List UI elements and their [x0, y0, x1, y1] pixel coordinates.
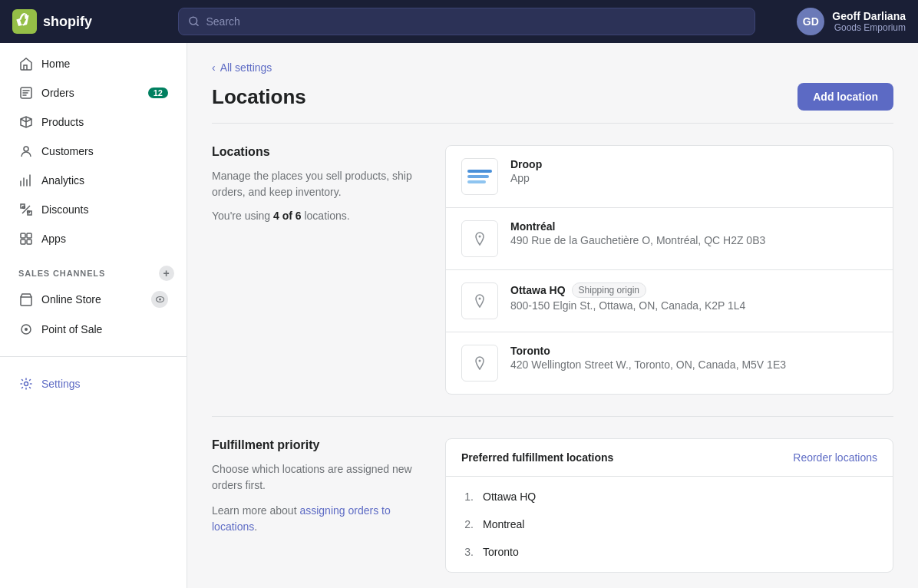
droop-info: Droop App — [510, 158, 877, 184]
apps-icon — [18, 231, 34, 246]
sidebar-item-point-of-sale-label: Point of Sale — [41, 323, 102, 335]
location-item-montreal[interactable]: Montréal 490 Rue de la Gauchetière O, Mo… — [446, 208, 893, 270]
wave-line-3 — [467, 180, 486, 183]
customers-icon — [18, 144, 34, 159]
svg-point-17 — [479, 360, 481, 362]
avatar: GD — [797, 8, 824, 35]
sidebar-item-orders[interactable]: Orders 12 — [6, 79, 180, 107]
usage-prefix: You're using — [212, 210, 270, 222]
breadcrumb-arrow-icon: ‹ — [212, 61, 216, 74]
page-header: ‹ All settings Locations Add location — [187, 43, 918, 123]
fulfillment-list-item-1: 1. Ottawa HQ — [461, 483, 877, 510]
sidebar-item-apps-label: Apps — [41, 233, 66, 245]
shipping-origin-badge: Shipping origin — [572, 282, 646, 298]
droop-thumb — [461, 158, 498, 195]
droop-waves-icon — [467, 170, 492, 183]
reorder-locations-link[interactable]: Reorder locations — [793, 451, 877, 464]
sales-channels-header: SALES CHANNELS + — [0, 253, 187, 284]
sidebar-item-products[interactable]: Products — [6, 108, 180, 136]
fulfillment-item-1-name: Ottawa HQ — [483, 491, 536, 503]
svg-point-15 — [479, 236, 481, 238]
svg-rect-6 — [21, 233, 25, 238]
online-store-eye-button[interactable] — [151, 291, 168, 308]
search-bar[interactable] — [178, 8, 755, 35]
search-input[interactable] — [206, 15, 745, 28]
pin-icon-toronto — [472, 355, 487, 371]
orders-icon — [18, 85, 34, 101]
preferred-title: Preferred fulfillment locations — [461, 451, 613, 464]
svg-rect-9 — [27, 239, 31, 244]
preferred-header: Preferred fulfillment locations Reorder … — [446, 439, 893, 477]
fulfillment-left: Fulfillment priority Choose which locati… — [212, 438, 427, 573]
sidebar-item-online-store-label: Online Store — [41, 293, 101, 306]
location-item-droop[interactable]: Droop App — [446, 146, 893, 208]
fulfillment-learn-more: Learn more about assigning orders to loc… — [212, 503, 427, 535]
list-number-2: 2. — [461, 518, 474, 530]
user-info: Geoff Darliana Goods Emporium — [832, 10, 906, 33]
home-icon — [18, 56, 34, 71]
products-icon — [18, 114, 34, 130]
main-content: ‹ All settings Locations Add location Lo… — [187, 43, 918, 588]
add-location-button[interactable]: Add location — [797, 83, 893, 111]
sidebar-item-apps[interactable]: Apps — [6, 225, 180, 253]
wave-line-2 — [467, 175, 489, 178]
sidebar-item-online-store[interactable]: Online Store — [6, 285, 180, 314]
locations-section-right: Droop App Montréal 490 Rue de la Gauchet… — [445, 145, 893, 395]
sidebar-item-home[interactable]: Home — [6, 50, 180, 78]
page-title: Locations — [212, 85, 306, 109]
svg-rect-8 — [21, 239, 25, 244]
analytics-icon — [18, 173, 34, 188]
montreal-thumb — [461, 220, 498, 257]
location-item-ottawa[interactable]: Ottawa HQ Shipping origin 800-150 Elgin … — [446, 270, 893, 332]
locations-usage-text: You're using 4 of 6 locations. — [212, 210, 427, 222]
ottawa-thumb — [461, 282, 498, 319]
page-title-row: Locations Add location — [212, 83, 893, 111]
fulfillment-section: Fulfillment priority Choose which locati… — [187, 417, 918, 588]
orders-badge: 12 — [148, 88, 168, 98]
ottawa-address: 800-150 Elgin St., Ottawa, ON, Canada, K… — [510, 299, 877, 312]
sidebar-item-home-label: Home — [41, 58, 70, 70]
online-store-icon — [18, 292, 34, 307]
user-area: GD Geoff Darliana Goods Emporium — [768, 8, 906, 35]
breadcrumb[interactable]: ‹ All settings — [212, 61, 893, 74]
location-item-toronto[interactable]: Toronto 420 Wellington Street W., Toront… — [446, 332, 893, 394]
fulfillment-desc: Choose which locations are assigned new … — [212, 461, 427, 494]
montreal-address: 490 Rue de la Gauchetière O, Montréal, Q… — [510, 234, 877, 246]
sidebar-item-discounts-label: Discounts — [41, 203, 88, 216]
sidebar-item-discounts[interactable]: Discounts — [6, 196, 180, 223]
sidebar-item-point-of-sale[interactable]: Point of Sale — [6, 315, 180, 343]
preferred-locations-card: Preferred fulfillment locations Reorder … — [445, 438, 893, 573]
toronto-address: 420 Wellington Street W., Toronto, ON, C… — [510, 358, 877, 371]
sidebar-item-customers-label: Customers — [41, 145, 94, 157]
sidebar-item-products-label: Products — [41, 116, 84, 128]
sidebar-item-settings[interactable]: Settings — [6, 370, 180, 398]
svg-point-13 — [25, 328, 28, 331]
sidebar: Home Orders 12 Products Customers Anal — [0, 43, 187, 588]
locations-section-title: Locations — [212, 145, 427, 159]
wave-line-1 — [467, 170, 492, 173]
fulfillment-title: Fulfillment priority — [212, 438, 427, 452]
point-of-sale-icon — [18, 322, 34, 337]
ottawa-name: Ottawa HQ Shipping origin — [510, 282, 877, 298]
sidebar-item-settings-label: Settings — [41, 378, 81, 390]
user-name: Geoff Darliana — [832, 10, 906, 22]
list-number-3: 3. — [461, 546, 474, 558]
sidebar-item-customers[interactable]: Customers — [6, 137, 180, 165]
sales-channels-label: SALES CHANNELS — [18, 269, 105, 278]
logo-area: shopify — [12, 9, 166, 34]
discounts-icon — [18, 202, 34, 217]
svg-rect-7 — [27, 233, 31, 238]
usage-count: 4 of 6 — [273, 210, 302, 222]
pin-icon — [472, 231, 487, 246]
svg-point-14 — [25, 382, 28, 386]
montreal-name: Montréal — [510, 220, 877, 233]
logo-text: shopify — [43, 14, 92, 30]
top-navigation: shopify GD Geoff Darliana Goods Emporium — [0, 0, 918, 43]
add-sales-channel-button[interactable]: + — [159, 266, 174, 281]
svg-point-16 — [479, 298, 481, 300]
locations-section: Locations Manage the places you sell pro… — [187, 124, 918, 416]
usage-suffix: locations. — [304, 210, 349, 222]
locations-section-desc: Manage the places you sell products, shi… — [212, 168, 427, 200]
sidebar-item-analytics[interactable]: Analytics — [6, 167, 180, 194]
svg-point-11 — [159, 299, 161, 301]
